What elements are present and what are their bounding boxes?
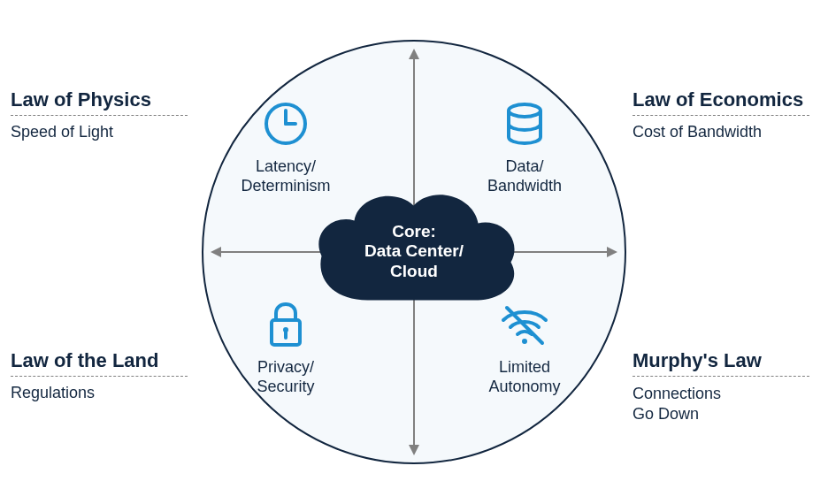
physics-sub: Speed of Light (11, 123, 188, 141)
physics-title: Law of Physics (11, 88, 188, 111)
autonomy-label2: Autonomy (488, 378, 560, 395)
divider (11, 115, 188, 116)
outer-label-murphy: Murphy's Law Connections Go Down (632, 349, 809, 425)
murphy-sub2: Go Down (632, 405, 699, 423)
clock-icon (211, 95, 361, 152)
core-line2: Data Center/ (364, 242, 464, 261)
latency-label1: Latency/ (256, 157, 316, 175)
outer-label-economics: Law of Economics Cost of Bandwidth (632, 88, 809, 141)
outer-label-physics: Law of Physics Speed of Light (11, 88, 188, 141)
core-line1: Core: (392, 222, 436, 241)
divider (632, 115, 809, 116)
divider (632, 376, 809, 377)
murphy-title: Murphy's Law (632, 349, 809, 372)
svg-marker-1 (409, 49, 419, 59)
divider (11, 376, 188, 377)
svg-marker-2 (409, 445, 419, 455)
diagram-stage: Law of Physics Speed of Light Law of Eco… (0, 0, 828, 504)
murphy-sub: Connections Go Down (632, 384, 809, 425)
privacy-label1: Privacy/ (257, 358, 314, 376)
murphy-sub1: Connections (632, 385, 721, 402)
land-sub: Regulations (11, 384, 188, 402)
core-text: Core: Data Center/ Cloud (364, 222, 464, 282)
database-icon (449, 95, 600, 152)
privacy-label2: Security (257, 378, 314, 395)
outer-label-land: Law of the Land Regulations (11, 349, 188, 402)
data-label1: Data/ (505, 157, 543, 175)
economics-title: Law of Economics (632, 88, 809, 111)
svg-point-9 (509, 104, 540, 117)
svg-point-13 (522, 339, 527, 344)
land-title: Law of the Land (11, 349, 188, 372)
economics-sub: Cost of Bandwidth (632, 123, 809, 141)
svg-marker-5 (607, 247, 617, 257)
autonomy-label1: Limited (499, 358, 550, 376)
core-line3: Cloud (390, 262, 438, 280)
core-cloud: Core: Data Center/ Cloud (306, 180, 523, 317)
svg-marker-4 (211, 247, 221, 257)
